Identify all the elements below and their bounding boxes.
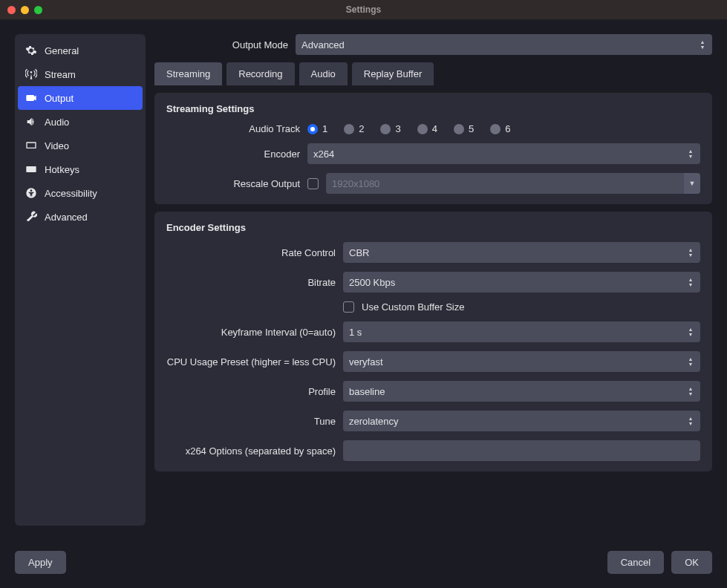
tab-replay-buffer[interactable]: Replay Buffer [352,62,434,85]
maximize-window-button[interactable] [34,6,42,14]
sidebar-label: Advanced [45,212,88,223]
keyframe-interval-label: Keyframe Interval (0=auto) [166,327,336,338]
encoder-label: Encoder [166,148,300,160]
sidebar-item-accessibility[interactable]: Accessibility [15,181,146,205]
stepper-arrows-icon: ▲▼ [684,351,697,372]
gear-icon [25,45,37,56]
dialog-footer: Apply Cancel OK [0,540,727,588]
sidebar-item-audio[interactable]: Audio [15,110,146,134]
tab-audio[interactable]: Audio [299,62,348,85]
tune-label: Tune [166,416,336,427]
stepper-arrows-icon: ▲▼ [684,143,697,164]
tune-select[interactable]: zerolatency ▲▼ [343,411,700,431]
encoder-select[interactable]: x264 ▲▼ [307,143,700,164]
x264-options-label: x264 Options (separated by space) [166,445,336,457]
tab-streaming[interactable]: Streaming [154,62,222,85]
sidebar-item-advanced[interactable]: Advanced [15,205,146,229]
custom-buffer-checkbox[interactable] [343,301,354,313]
output-mode-label: Output Mode [154,39,288,50]
output-mode-select[interactable]: Advanced ▲▼ [296,34,712,55]
stepper-arrows-icon: ▲▼ [684,321,697,342]
window-title: Settings [0,4,727,15]
audio-track-radio-4[interactable]: 4 [417,123,437,134]
titlebar: Settings [0,0,727,19]
apply-button[interactable]: Apply [15,551,66,574]
sidebar-label: Accessibility [45,188,97,199]
audio-track-radio-1[interactable]: 1 [307,123,327,134]
encoder-settings-heading: Encoder Settings [166,222,700,233]
cancel-button[interactable]: Cancel [607,551,664,574]
audio-track-label: Audio Track [166,123,300,134]
x264-options-input[interactable] [343,440,700,461]
sidebar-item-video[interactable]: Video [15,134,146,157]
streaming-settings-heading: Streaming Settings [166,103,700,114]
rescale-output-dropdown[interactable]: ▼ [684,173,700,194]
stepper-arrows-icon: ▲▼ [684,272,697,293]
streaming-settings-panel: Streaming Settings Audio Track 1 2 3 4 5… [154,93,712,204]
custom-buffer-label: Use Custom Buffer Size [362,301,464,313]
audio-track-radio-6[interactable]: 6 [490,123,510,134]
sidebar-label: Video [45,140,69,151]
accessibility-icon [25,187,37,199]
ok-button[interactable]: OK [671,551,712,574]
monitor-icon [25,140,37,151]
output-mode-value: Advanced [301,39,345,50]
minimize-window-button[interactable] [21,6,29,14]
tools-icon [25,211,37,223]
sidebar-label: Output [45,93,74,104]
rescale-output-checkbox[interactable] [307,178,319,189]
audio-track-radio-2[interactable]: 2 [344,123,364,134]
sidebar-item-stream[interactable]: Stream [15,62,146,86]
stepper-arrows-icon: ▲▼ [684,381,697,402]
stepper-arrows-icon: ▲▼ [684,242,697,263]
profile-select[interactable]: baseline ▲▼ [343,381,700,402]
bitrate-spinbox[interactable]: 2500 Kbps ▲▼ [343,272,700,293]
sidebar-label: Hotkeys [45,164,79,175]
encoder-settings-panel: Encoder Settings Rate Control CBR ▲▼ Bit… [154,212,712,471]
speaker-icon [25,116,37,128]
cpu-preset-select[interactable]: veryfast ▲▼ [343,351,700,372]
output-tabs: Streaming Recording Audio Replay Buffer [154,62,712,85]
keyframe-interval-spinbox[interactable]: 1 s ▲▼ [343,321,700,342]
sidebar-label: Audio [45,117,69,128]
profile-label: Profile [166,386,336,397]
sidebar-label: General [45,45,79,56]
sidebar-item-hotkeys[interactable]: Hotkeys [15,157,146,181]
rate-control-label: Rate Control [166,247,336,258]
audio-track-radio-3[interactable]: 3 [380,123,400,134]
rescale-output-label: Rescale Output [166,178,300,189]
settings-sidebar: General Stream Output Audio Video Hotkey… [15,34,146,526]
bitrate-label: Bitrate [166,277,336,288]
stepper-arrows-icon: ▲▼ [696,34,709,55]
output-icon [25,92,37,104]
settings-main: Output Mode Advanced ▲▼ Streaming Record… [154,34,712,526]
antenna-icon [25,68,37,80]
sidebar-item-output[interactable]: Output [18,86,143,110]
sidebar-label: Stream [45,69,76,80]
sidebar-item-general[interactable]: General [15,39,146,62]
cpu-preset-label: CPU Usage Preset (higher = less CPU) [166,356,336,368]
keyboard-icon [25,163,37,175]
audio-track-radio-5[interactable]: 5 [454,123,474,134]
rescale-output-field[interactable]: 1920x1080 [326,173,684,194]
stepper-arrows-icon: ▲▼ [684,411,697,431]
rate-control-select[interactable]: CBR ▲▼ [343,242,700,263]
close-window-button[interactable] [7,6,16,14]
tab-recording[interactable]: Recording [226,62,294,85]
